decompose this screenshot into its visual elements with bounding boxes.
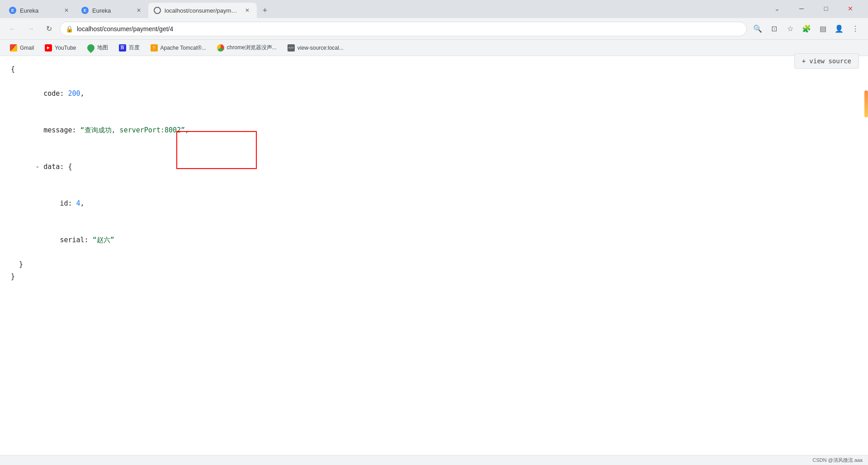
tab-title-localhost: localhost/consumer/payment/: [165, 7, 240, 14]
toolbar-icons: 🔍 ⊡ ☆ 🧩 ▤ 👤 ⋮: [750, 22, 863, 36]
tab-eureka-1[interactable]: E Eureka ✕: [4, 3, 76, 18]
bookmark-tomcat-label: Apache Tomcat®...: [160, 45, 206, 51]
json-message-line: message: “查询成功, serverPort:8002”,: [11, 112, 857, 149]
baidu-favicon: 百: [119, 44, 126, 52]
bookmark-maps-label: 地图: [97, 44, 108, 52]
youtube-favicon: ▶: [45, 44, 52, 52]
json-open-brace: {: [11, 63, 857, 75]
tab-title-eureka-2: Eureka: [92, 7, 131, 14]
scrollbar-indicator[interactable]: [864, 90, 868, 117]
json-close-brace: }: [11, 271, 857, 283]
new-tab-button[interactable]: +: [259, 4, 271, 17]
security-icon: 🔒: [66, 25, 73, 33]
page-content: + view source { code: 200, message: “查询成…: [0, 56, 868, 455]
window-controls: ⌄: [767, 2, 864, 18]
tomcat-favicon: T: [151, 44, 158, 52]
address-bar: ← → ↻ 🔒 localhost/consumer/payment/get/4…: [0, 18, 868, 40]
browser-frame: E Eureka ✕ E Eureka ✕ localhost/consumer…: [0, 0, 868, 465]
bookmark-youtube-label: YouTube: [55, 45, 76, 51]
bookmark-icon[interactable]: ☆: [783, 22, 797, 36]
bookmark-chrome-label: chrome浏览器没声...: [227, 44, 277, 52]
maximize-button[interactable]: [816, 2, 836, 15]
gmail-favicon: [10, 44, 17, 52]
sidebar-icon[interactable]: ▤: [816, 22, 830, 36]
json-inner-close: }: [11, 258, 857, 271]
tab-list-button[interactable]: ⌄: [767, 2, 788, 15]
bookmark-viewsrc-label: view-source:local...: [297, 45, 344, 51]
json-id-line: id: 4,: [11, 185, 857, 222]
bookmark-chrome[interactable]: chrome浏览器没声...: [212, 42, 281, 54]
tab-favicon-localhost: [154, 7, 161, 14]
maps-favicon: [87, 44, 94, 52]
viewsrc-favicon: </>: [288, 44, 295, 52]
tab-close-3[interactable]: ✕: [243, 6, 251, 14]
bookmark-tomcat[interactable]: T Apache Tomcat®...: [146, 42, 211, 54]
tab-favicon-eureka-1: E: [9, 7, 16, 14]
tab-close-1[interactable]: ✕: [62, 6, 71, 14]
tab-favicon-eureka-2: E: [81, 7, 89, 14]
tab-eureka-2[interactable]: E Eureka ✕: [76, 3, 148, 18]
tab-localhost[interactable]: localhost/consumer/payment/ ✕: [148, 3, 257, 18]
cast-icon[interactable]: ⊡: [767, 22, 781, 36]
bookmark-viewsrc[interactable]: </> view-source:local...: [283, 42, 348, 54]
view-source-plus-icon: +: [802, 57, 806, 65]
forward-button[interactable]: →: [24, 22, 38, 36]
json-serial-line: serial: “赵六”: [11, 222, 857, 258]
bookmarks-bar: Gmail ▶ YouTube 地图 百 百度 T Apache Tomcat®…: [0, 40, 868, 56]
chrome-favicon: [217, 44, 224, 52]
view-source-label: view source: [809, 57, 851, 65]
bookmark-baidu[interactable]: 百 百度: [114, 42, 144, 54]
bookmark-gmail[interactable]: Gmail: [5, 42, 38, 54]
menu-icon[interactable]: ⋮: [848, 22, 863, 36]
bookmark-gmail-label: Gmail: [20, 45, 34, 51]
view-source-button[interactable]: + view source: [794, 53, 859, 69]
profile-icon[interactable]: 👤: [832, 22, 846, 36]
bookmark-maps[interactable]: 地图: [83, 42, 113, 54]
extensions-icon[interactable]: 🧩: [799, 22, 814, 36]
bookmark-youtube[interactable]: ▶ YouTube: [40, 42, 80, 54]
bookmark-baidu-label: 百度: [129, 44, 140, 52]
back-button[interactable]: ←: [5, 22, 20, 36]
json-code-line: code: 200,: [11, 75, 857, 112]
url-bar[interactable]: 🔒 localhost/consumer/payment/get/4: [60, 22, 747, 36]
close-button[interactable]: [840, 2, 861, 15]
status-text: CSDN @清风微流 aaa: [812, 457, 863, 464]
tab-close-2[interactable]: ✕: [135, 6, 143, 14]
refresh-button[interactable]: ↻: [42, 22, 56, 36]
tab-title-eureka-1: Eureka: [20, 7, 59, 14]
url-text: localhost/consumer/payment/get/4: [77, 25, 741, 33]
status-bar: CSDN @清风微流 aaa: [0, 455, 868, 465]
title-bar: E Eureka ✕ E Eureka ✕ localhost/consumer…: [0, 0, 868, 18]
json-data-line: - data: {: [11, 149, 857, 185]
search-icon[interactable]: 🔍: [750, 22, 765, 36]
minimize-button[interactable]: [791, 2, 812, 15]
